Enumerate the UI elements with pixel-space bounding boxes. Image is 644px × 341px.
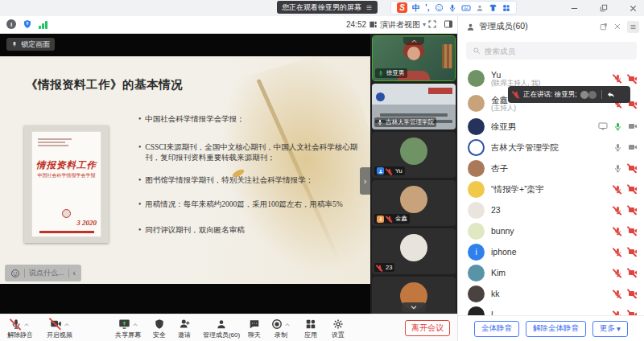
reply-arrow-icon[interactable] [607,91,615,99]
close-panel-icon[interactable] [613,23,621,31]
chevron-up-icon[interactable] [64,322,70,328]
mic-muted-icon [386,216,393,222]
member-row[interactable]: 杏子 [458,158,644,179]
video-tile-jinxin[interactable]: 金鑫 [372,180,456,226]
camera-on-icon[interactable] [628,121,638,131]
panel-menu-button[interactable] [627,21,639,33]
video-tile-23[interactable]: 23 [372,228,456,274]
member-row[interactable]: bunny [458,220,644,241]
security-button[interactable]: 安全 [147,317,172,339]
mic-muted-icon [386,168,393,175]
member-row[interactable]: 徐亚男 [458,116,644,137]
ime-lang-toggle[interactable]: 中 [412,2,420,14]
video-tile-yu[interactable]: Yu [372,132,456,178]
chevron-up-icon[interactable] [284,322,291,328]
ime-punct-toggle[interactable]: ’, [425,3,430,12]
invite-button[interactable]: 邀请 [171,317,198,339]
camera-off-icon[interactable] [628,74,638,84]
popout-panel-icon[interactable] [600,23,608,31]
share-screen-button[interactable]: 共享屏幕 [106,317,150,339]
network-signal-icon[interactable] [39,20,47,29]
mic-muted-icon[interactable] [613,206,622,215]
ime-toolbox-icon[interactable] [502,4,510,12]
security-shield-icon[interactable] [23,19,32,29]
ime-account-icon[interactable] [476,4,484,12]
member-row[interactable]: kk [458,283,644,304]
record-button[interactable]: 录制 [264,317,298,339]
mic-muted-icon[interactable] [613,269,622,277]
mic-speaking-icon[interactable] [613,122,622,131]
member-row[interactable]: Kim [458,262,644,283]
members-icon [466,23,475,31]
chat-input-placeholder[interactable]: 说点什么... [29,268,64,278]
camera-off-icon[interactable] [628,310,638,315]
video-tile-xuyanan[interactable]: 徐亚男 [372,35,456,81]
camera-off-icon[interactable] [628,289,638,298]
host-badge-icon [377,216,384,223]
mic-off-icon [10,318,22,330]
member-name: “情报学+”栾宇 [491,184,607,194]
slide-title: 《情报资料工作》的基本情况 [26,77,183,92]
emoji-icon[interactable] [10,269,20,278]
ime-skin-icon[interactable] [489,3,497,12]
member-row[interactable]: 23 [458,199,644,220]
mic-muted-icon[interactable] [613,248,622,257]
avatar [468,223,485,240]
minimize-icon[interactable] [570,4,579,13]
manage-members-button[interactable]: 管理成员(60) [196,317,246,339]
quick-chat-bar[interactable]: 说点什么... ‹ [5,265,81,281]
unmute-button[interactable]: 解除静音 [2,317,39,339]
unmute-all-button[interactable]: 解除全体静音 [526,321,586,337]
mute-all-button[interactable]: 全体静音 [474,321,519,337]
settings-button[interactable]: 设置 [325,317,351,339]
fullscreen-icon[interactable] [427,19,437,29]
window-titlebar: 您正在观看徐亚男的屏幕 S 中 ’, [0,0,644,16]
bottom-toolbar: 解除静音 开启视频 共享屏幕 安全 邀请 管理成员(60) 聊天 录制 应用 设… [0,314,457,341]
ime-voice-icon[interactable] [448,4,456,12]
ime-logo[interactable]: S [397,2,407,13]
ime-keyboard-icon[interactable] [461,3,471,13]
scroll-strip-down-button[interactable] [402,302,426,312]
mic-muted-icon[interactable] [613,227,622,236]
collapse-chat-icon[interactable]: ‹ [73,269,76,277]
restore-icon[interactable] [600,4,608,12]
chevron-up-icon[interactable] [132,322,138,328]
mic-muted-icon[interactable] [613,74,622,83]
camera-on-icon[interactable] [628,142,638,152]
video-tile-jilin[interactable]: 吉林大学管理学院 [372,84,456,129]
watching-screen-banner: 您正在观看徐亚男的屏幕 [277,1,378,14]
camera-off-icon[interactable] [628,184,638,194]
member-row[interactable]: 吉林大学管理学院 [458,137,644,158]
search-box[interactable] [466,42,637,60]
member-row[interactable]: L [458,304,644,315]
camera-off-icon[interactable] [628,163,638,173]
camera-off-icon[interactable] [628,205,638,215]
camera-off-icon[interactable] [628,247,638,257]
more-button[interactable]: 更多▾ [592,321,628,337]
start-video-button[interactable]: 开启视频 [37,317,82,339]
chevron-up-icon[interactable] [23,322,30,328]
camera-off-icon[interactable] [628,268,638,277]
search-input[interactable] [485,47,613,55]
leave-meeting-button[interactable]: 离开会议 [405,320,450,336]
mic-icon[interactable] [613,164,622,173]
meeting-info-icon[interactable]: i [6,19,16,29]
lock-view-button[interactable]: 锁定画面 [6,38,55,51]
ime-emoji-icon[interactable] [435,3,444,12]
view-mode-button[interactable]: 演讲者视图 ▾ [369,18,426,31]
banner-menu-icon[interactable] [365,4,373,11]
mic-muted-icon[interactable] [613,290,622,298]
member-row[interactable]: “情报学+”栾宇 [458,179,644,199]
collapse-strip-button[interactable] [403,37,424,45]
apps-button[interactable]: 应用 [298,317,324,339]
bullet-item: CSSCI来源期刊，全国中文核心期刊，中国人文社会科学核心期刊，复印报刊资料重要… [145,142,367,163]
mic-icon[interactable] [613,143,622,152]
camera-off-icon[interactable] [628,226,638,236]
speaker-view-icon [369,20,378,29]
close-icon[interactable] [629,4,638,13]
layout-panel-icon[interactable] [444,19,453,29]
mic-muted-icon[interactable] [613,185,622,194]
member-row[interactable]: i iphone [458,241,644,262]
divider [601,90,602,99]
next-slide-chevron[interactable]: › [360,167,370,195]
